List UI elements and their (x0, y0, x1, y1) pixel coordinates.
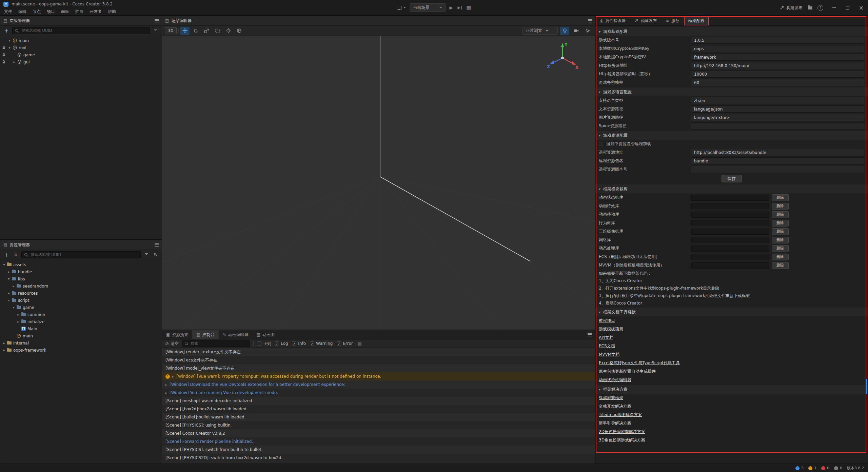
status-notice-count[interactable]: 0 (834, 466, 842, 470)
tab-asset-preview[interactable]: ▣资源预览 (162, 330, 192, 339)
axis-gizmo[interactable]: Y X Z (546, 40, 579, 73)
tree-node-game[interactable]: game (0, 51, 162, 58)
chevron-right-icon[interactable] (6, 270, 11, 274)
filter-icon[interactable] (143, 252, 150, 258)
chevron-right-icon[interactable] (12, 60, 17, 64)
menu-item[interactable]: 节点 (29, 8, 44, 15)
asset-node-assets[interactable]: assets (2, 261, 162, 268)
assets-search-input[interactable]: 搜索名称或 UUID (21, 251, 141, 258)
tab-animation-graph[interactable]: ▦动画图 (253, 330, 279, 339)
step-button[interactable] (456, 3, 462, 12)
menu-item[interactable]: 面板 (58, 8, 72, 15)
chevron-down-icon[interactable] (2, 263, 6, 267)
asset-node-oops-framework[interactable]: oops-framework (2, 347, 162, 354)
scene-settings-button[interactable] (583, 27, 592, 35)
tab-animation-editor[interactable]: ✎动画编辑器 (219, 330, 253, 339)
chevron-right-icon[interactable] (6, 292, 11, 295)
delete-module-button[interactable]: 删除 (772, 262, 789, 269)
panel-menu-icon[interactable] (155, 243, 159, 247)
log-row[interactable]: [Scene] [bullet]:bullet wasm lib loaded. (162, 413, 595, 421)
solution-link[interactable]: 3D角色扮演游戏解决方案 (599, 437, 645, 443)
log-row[interactable]: [Scene] [box2d]:box2d wasm lib loaded. (162, 405, 595, 413)
section-resource-config[interactable]: 游戏资源配置 (595, 131, 868, 140)
delete-module-button[interactable]: 删除 (772, 245, 789, 252)
property-input[interactable]: 10000 (691, 71, 865, 78)
delete-module-button[interactable]: 删除 (772, 254, 789, 260)
play-button[interactable] (448, 3, 454, 12)
log-filter-toggle[interactable]: Warning (310, 341, 333, 346)
log-row[interactable]: [Window] render_texture文件夹不存在 (162, 348, 595, 356)
clear-console-button[interactable]: 清空 (165, 341, 179, 347)
chevron-right-icon[interactable] (2, 349, 6, 352)
log-row[interactable]: [Window] Download the Vue Devtools exten… (162, 380, 595, 389)
log-filter-toggle[interactable]: Error (337, 341, 353, 346)
log-row[interactable]: [Window] [Vue warn]: Property "onInput" … (162, 372, 595, 380)
asset-node-seedrandom[interactable]: seedrandom (2, 282, 162, 290)
asset-node-bundle[interactable]: bundle (2, 268, 162, 275)
property-input[interactable]: language/texture (691, 114, 865, 121)
view-mode-select[interactable]: 正常浏览 (522, 27, 558, 35)
lock-icon[interactable] (0, 46, 7, 50)
expand-icon[interactable] (165, 391, 167, 395)
tab-console[interactable]: ▥控制台 (192, 330, 218, 339)
chevron-down-icon[interactable] (7, 46, 12, 50)
doc-link[interactable]: 游戏模板项目 (599, 326, 623, 332)
property-input[interactable] (691, 122, 865, 130)
delete-module-button[interactable]: 删除 (772, 211, 789, 218)
chevron-down-icon[interactable] (11, 306, 16, 309)
lock-icon[interactable] (0, 53, 7, 57)
section-module-trim[interactable]: 框架模块裁剪 (595, 184, 868, 193)
doc-link[interactable]: 教程项目 (599, 318, 615, 323)
status-error-count[interactable]: 0 (821, 466, 829, 470)
checkbox-icon[interactable] (599, 142, 603, 146)
move-tool-button[interactable] (180, 27, 190, 35)
menu-item[interactable]: 项目 (44, 8, 58, 15)
tab-services[interactable]: ≋服务 (661, 16, 684, 25)
sort-icon[interactable] (12, 252, 19, 258)
asset-node-main-scene[interactable]: main (2, 332, 162, 339)
property-input[interactable]: oops (691, 45, 865, 52)
chevron-down-icon[interactable] (7, 39, 12, 42)
layout-button[interactable] (465, 3, 472, 12)
chevron-right-icon[interactable] (16, 313, 21, 316)
log-row[interactable]: [Scene] Forward render pipeline initiali… (162, 437, 595, 446)
property-input[interactable]: http://localhost:8083/assets/bundle (691, 149, 865, 156)
panel-menu-icon[interactable] (588, 333, 592, 336)
solution-link[interactable]: 新手引导解决方案 (599, 420, 631, 426)
delete-module-button[interactable]: 删除 (772, 228, 789, 235)
scene-viewport[interactable]: Y X Z (162, 36, 595, 330)
add-node-button[interactable] (3, 27, 10, 34)
rotate-tool-button[interactable] (191, 27, 200, 35)
tab-property-inspector[interactable]: ◎属性检查器 (595, 16, 630, 25)
panel-menu-icon[interactable] (155, 19, 159, 22)
save-button[interactable]: 保存 (722, 175, 742, 182)
asset-node-resources[interactable]: resources (2, 290, 162, 297)
chevron-right-icon[interactable] (16, 320, 21, 323)
help-button[interactable] (817, 5, 823, 11)
tree-node-root[interactable]: root (0, 44, 162, 51)
coordinate-space-button[interactable] (235, 27, 244, 35)
asset-node-main-ts[interactable]: TS Main (2, 325, 162, 332)
3d-mode-toggle[interactable]: 3D (165, 27, 177, 34)
property-input[interactable]: 1.0.5 (691, 37, 865, 44)
preview-scene-select[interactable]: 当前场景 (410, 3, 446, 12)
tab-framework-config[interactable]: 框架配置 (684, 16, 709, 25)
property-input[interactable]: bundle (691, 157, 865, 164)
property-input[interactable]: http://192.168.0.150/main/ (691, 62, 865, 69)
delete-module-button[interactable]: 删除 (772, 237, 789, 243)
property-input[interactable] (691, 166, 865, 173)
log-row[interactable]: [Scene] [PHYSICS]: using builtin. (162, 421, 595, 429)
scene-light-toggle[interactable] (560, 27, 569, 35)
asset-node-game[interactable]: game (2, 304, 162, 311)
section-basic-config[interactable]: 游戏基础配置 (595, 27, 868, 36)
log-filter-toggle[interactable]: Log (275, 341, 288, 346)
console-search-input[interactable]: 搜索 (182, 340, 250, 347)
log-row[interactable]: [Scene] [PHYSICS]: switch from builtin t… (162, 446, 595, 454)
close-button[interactable] (854, 0, 868, 16)
lock-icon[interactable] (0, 60, 7, 64)
maximize-button[interactable] (841, 0, 854, 16)
tree-node-main[interactable]: main (0, 37, 162, 44)
hierarchy-search-input[interactable]: 搜索名称或 UUID (12, 27, 150, 34)
doc-link[interactable]: MVVM文档 (599, 352, 619, 357)
delete-module-button[interactable]: 删除 (772, 220, 789, 227)
